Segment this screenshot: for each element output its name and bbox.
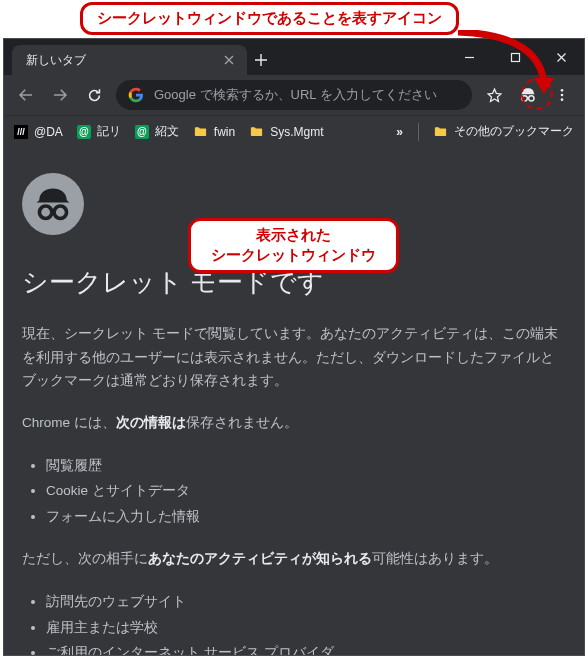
list-item: 閲覧履歴 <box>46 453 566 479</box>
annotation-top-text: シークレットウィンドウであることを表すアイコン <box>97 9 442 26</box>
however-paragraph: ただし、次の相手にあなたのアクティビティが知られる可能性はあります。 <box>22 547 566 571</box>
arrow-right-icon <box>51 86 69 104</box>
svg-rect-0 <box>511 53 519 61</box>
forward-button[interactable] <box>44 79 76 111</box>
bookmark-label: Sys.Mgmt <box>270 125 323 139</box>
divider <box>418 123 419 141</box>
kebab-icon <box>554 87 570 103</box>
bookmarks-bar: /// @DA @ 記リ @ 紹文 fwin Sys.Mgmt » その他のブッ… <box>4 115 584 147</box>
arrow-left-icon <box>17 86 35 104</box>
bookmark-item[interactable]: Sys.Mgmt <box>249 124 323 139</box>
bookmarks-overflow-button[interactable]: » <box>396 125 404 139</box>
svg-point-7 <box>54 206 66 218</box>
plus-icon <box>254 53 268 67</box>
bookmark-item[interactable]: /// @DA <box>14 125 63 139</box>
bookmark-label: fwin <box>214 125 235 139</box>
tab-close-button[interactable] <box>221 52 237 68</box>
list-item: フォームに入力した情報 <box>46 504 566 530</box>
annotation-mid: 表示された シークレットウィンドウ <box>188 218 399 273</box>
svg-point-4 <box>561 94 564 97</box>
tab-title: 新しいタブ <box>26 52 86 69</box>
toolbar: Google で検索するか、URL を入力してください <box>4 75 584 115</box>
not-saved-prefix: Chrome には、 <box>22 415 116 430</box>
annotation-mid-line2: シークレットウィンドウ <box>211 245 376 265</box>
folder-icon <box>249 124 264 139</box>
incognito-icon <box>31 182 75 226</box>
however-bold: あなたのアクティビティが知られる <box>148 551 372 566</box>
reload-button[interactable] <box>78 79 110 111</box>
folder-icon <box>193 124 208 139</box>
svg-point-1 <box>522 96 527 101</box>
reload-icon <box>86 87 103 104</box>
other-bookmarks-button[interactable]: その他のブックマーク <box>433 123 574 140</box>
svg-point-2 <box>529 96 534 101</box>
however-list: 訪問先のウェブサイト 雇用主または学校 ご利用のインターネット サービス プロバ… <box>22 589 566 655</box>
maximize-icon <box>510 52 521 63</box>
svg-point-5 <box>561 98 564 101</box>
bookmark-label: 紹文 <box>155 123 179 140</box>
new-tab-button[interactable] <box>247 45 275 75</box>
not-saved-bold: 次の情報は <box>116 415 186 430</box>
incognito-logo <box>22 173 84 235</box>
omnibox-placeholder: Google で検索するか、URL を入力してください <box>154 86 460 104</box>
close-icon <box>556 52 567 63</box>
however-prefix: ただし、次の相手に <box>22 551 148 566</box>
minimize-icon <box>464 52 475 63</box>
bookmark-item[interactable]: fwin <box>193 124 235 139</box>
omnibox[interactable]: Google で検索するか、URL を入力してください <box>116 80 472 110</box>
bookmark-item[interactable]: @ 記リ <box>77 123 121 140</box>
maximize-button[interactable] <box>492 39 538 75</box>
however-suffix: 可能性はあります。 <box>372 551 498 566</box>
annotation-top: シークレットウィンドウであることを表すアイコン <box>80 2 459 35</box>
bookmark-favicon-icon: @ <box>77 125 91 139</box>
not-saved-list: 閲覧履歴 Cookie とサイトデータ フォームに入力した情報 <box>22 453 566 530</box>
titlebar: 新しいタブ <box>4 39 584 75</box>
star-icon <box>486 87 503 104</box>
minimize-button[interactable] <box>446 39 492 75</box>
folder-icon <box>433 124 448 139</box>
bookmark-label: @DA <box>34 125 63 139</box>
svg-point-6 <box>39 206 51 218</box>
list-item: 訪問先のウェブサイト <box>46 589 566 615</box>
menu-button[interactable] <box>546 79 578 111</box>
other-bookmarks-label: その他のブックマーク <box>454 123 574 140</box>
incognito-icon <box>518 85 538 105</box>
tab-active[interactable]: 新しいタブ <box>12 45 247 75</box>
list-item: 雇用主または学校 <box>46 615 566 641</box>
close-icon <box>224 55 234 65</box>
bookmark-favicon-icon: @ <box>135 125 149 139</box>
incognito-indicator[interactable] <box>512 79 544 111</box>
bookmark-label: 記リ <box>97 123 121 140</box>
list-item: Cookie とサイトデータ <box>46 478 566 504</box>
close-window-button[interactable] <box>538 39 584 75</box>
intro-paragraph: 現在、シークレット モードで閲覧しています。あなたのアクティビティは、この端末を… <box>22 322 566 393</box>
window-controls <box>446 39 584 75</box>
list-item: ご利用のインターネット サービス プロバイダ <box>46 640 566 655</box>
bookmark-item[interactable]: @ 紹文 <box>135 123 179 140</box>
bookmark-favicon-icon: /// <box>14 125 28 139</box>
google-logo-icon <box>128 87 144 103</box>
not-saved-paragraph: Chrome には、次の情報は保存されません。 <box>22 411 566 435</box>
not-saved-suffix: 保存されません。 <box>186 415 298 430</box>
svg-point-3 <box>561 89 564 92</box>
bookmark-star-button[interactable] <box>478 79 510 111</box>
back-button[interactable] <box>10 79 42 111</box>
annotation-mid-line1: 表示された <box>211 225 376 245</box>
browser-window: 新しいタブ <box>3 38 585 656</box>
